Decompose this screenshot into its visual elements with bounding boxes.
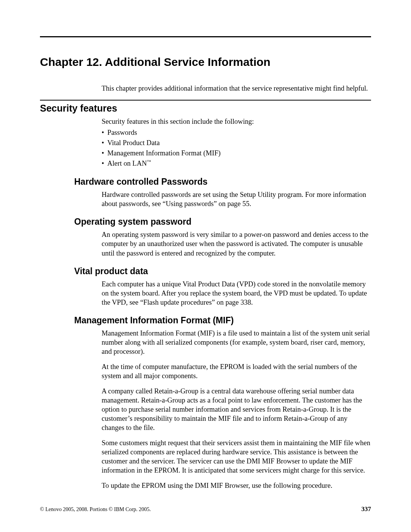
security-bullet-list: Passwords Vital Product Data Management … (102, 128, 371, 168)
mif-para-1: Management Information Format (MIF) is a… (102, 329, 371, 356)
heading-mif: Management Information Format (MIF) (74, 315, 371, 326)
chapter-intro: This chapter provides additional informa… (102, 84, 371, 93)
list-item: Vital Product Data (102, 138, 371, 148)
footer-copyright: © Lenovo 2005, 2008. Portions © IBM Corp… (40, 506, 151, 513)
vpd-para: Each computer has a unique Vital Product… (102, 280, 371, 307)
mif-para-5: To update the EPROM using the DMI MIF Br… (102, 481, 371, 490)
footer-page-number: 337 (362, 505, 371, 513)
heading-hardware-passwords: Hardware controlled Passwords (74, 177, 371, 187)
os-password-para: An operating system password is very sim… (102, 230, 371, 257)
list-item: Management Information Format (MIF) (102, 148, 371, 158)
top-rule (40, 36, 371, 37)
list-item: Alert on LAN™ (102, 158, 371, 169)
hardware-passwords-para: Hardware controlled passwords are set us… (102, 190, 371, 208)
heading-os-password: Operating system password (74, 217, 371, 227)
section-rule (40, 100, 371, 101)
mif-para-4: Some customers might request that their … (102, 438, 371, 475)
list-item-text: Alert on LAN (107, 160, 147, 167)
chapter-title: Chapter 12. Additional Service Informati… (40, 56, 371, 69)
page-footer: © Lenovo 2005, 2008. Portions © IBM Corp… (40, 505, 371, 513)
mif-para-3: A company called Retain-a-Group is a cen… (102, 387, 371, 432)
heading-security-features: Security features (40, 103, 371, 114)
security-intro: Security features in this section includ… (102, 117, 371, 126)
mif-para-2: At the time of computer manufacture, the… (102, 362, 371, 380)
trademark-symbol: ™ (147, 159, 151, 163)
list-item: Passwords (102, 128, 371, 138)
heading-vital-product-data: Vital product data (74, 266, 371, 276)
